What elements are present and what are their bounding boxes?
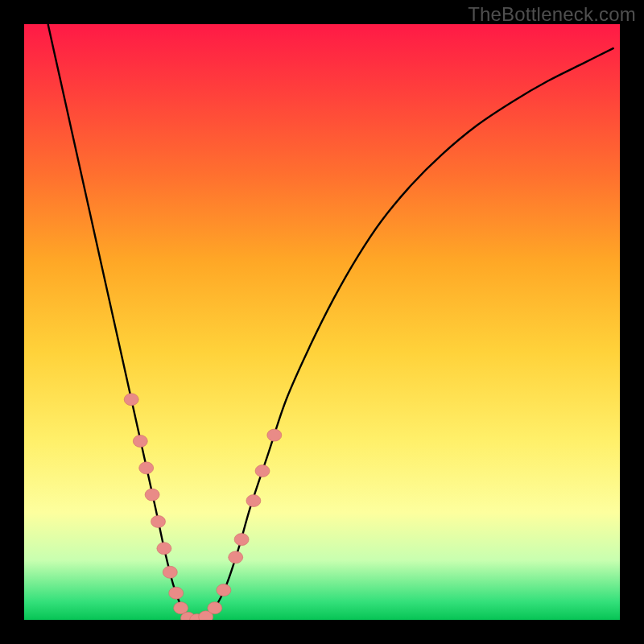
curve-marker bbox=[157, 543, 171, 555]
curve-marker bbox=[169, 587, 184, 599]
bottleneck-curve-svg bbox=[24, 24, 620, 620]
curve-marker bbox=[217, 584, 231, 597]
chart-frame: TheBottleneck.com bbox=[0, 0, 644, 644]
chart-plot-area bbox=[24, 24, 620, 620]
curve-marker bbox=[246, 495, 261, 507]
curve-marker bbox=[151, 515, 166, 527]
curve-marker bbox=[255, 465, 270, 477]
curve-marker bbox=[124, 394, 138, 406]
curve-marker bbox=[234, 534, 249, 546]
curve-marker bbox=[145, 489, 159, 501]
curve-marker bbox=[133, 436, 147, 448]
curve-marker bbox=[139, 462, 154, 474]
curve-marker bbox=[163, 566, 177, 578]
curve-marker bbox=[208, 602, 222, 614]
curve-marker bbox=[267, 429, 282, 441]
watermark-text: TheBottleneck.com bbox=[468, 3, 636, 26]
curve-marker bbox=[229, 551, 243, 564]
marker-group bbox=[124, 394, 282, 620]
bottleneck-curve-path bbox=[48, 24, 614, 620]
